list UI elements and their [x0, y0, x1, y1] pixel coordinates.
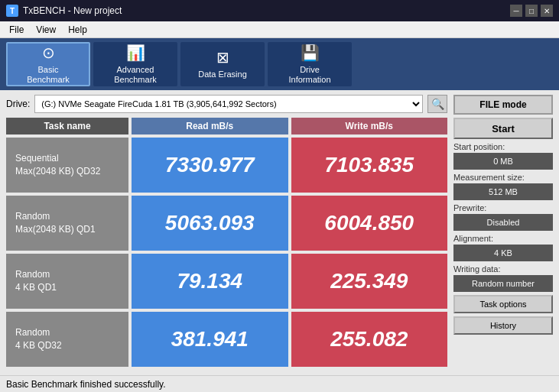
drive-row: Drive: (G:) NVMe Seagate FireCuda 1.81 T…	[6, 95, 447, 113]
data-erasing-icon: ⊠	[216, 48, 229, 66]
menu-view[interactable]: View	[30, 23, 62, 37]
advanced-benchmark-label: AdvancedBenchmark	[114, 65, 157, 85]
prewrite-label: Prewrite:	[453, 203, 553, 212]
start-position-section: Start position: 0 MB	[453, 142, 553, 170]
alignment-label: Alignment:	[453, 234, 553, 243]
row-1-read: 7330.977	[132, 138, 288, 193]
start-button[interactable]: Start	[453, 118, 553, 139]
row-1-name: SequentialMax(2048 KB) QD32	[6, 138, 128, 193]
header-read: Read mB/s	[132, 118, 288, 134]
row-3-write: 225.349	[291, 254, 448, 309]
measurement-size-label: Measurement size:	[453, 173, 553, 182]
sidebar: FILE mode Start Start position: 0 MB Mea…	[453, 95, 553, 371]
app-icon: T	[6, 5, 18, 17]
writing-data-section: Writing data: Random number	[453, 264, 553, 292]
drive-refresh-button[interactable]: 🔍	[427, 95, 447, 113]
row-1-write: 7103.835	[291, 138, 448, 193]
menu-help[interactable]: Help	[62, 23, 93, 37]
drive-label: Drive:	[6, 99, 30, 109]
title-bar: T TxBENCH - New project ─ □ ✕	[0, 0, 559, 21]
toolbar-btn-data-erasing[interactable]: ⊠ Data Erasing	[180, 42, 265, 86]
row-4-name: Random4 KB QD32	[6, 312, 128, 367]
status-text: Basic Benchmark finished successfully.	[6, 379, 166, 390]
table-row: SequentialMax(2048 KB) QD32 7330.977 710…	[6, 138, 447, 193]
status-bar: Basic Benchmark finished successfully.	[0, 375, 559, 392]
row-4-read: 381.941	[132, 312, 288, 367]
measurement-size-section: Measurement size: 512 MB	[453, 173, 553, 200]
row-2-name: RandomMax(2048 KB) QD1	[6, 196, 128, 251]
row-4-write: 255.082	[291, 312, 448, 367]
writing-data-label: Writing data:	[453, 264, 553, 274]
table-header: Task name Read mB/s Write mB/s	[6, 118, 447, 134]
toolbar-btn-drive-information[interactable]: 💾 DriveInformation	[268, 42, 352, 86]
main-area: Drive: (G:) NVMe Seagate FireCuda 1.81 T…	[6, 95, 447, 371]
history-button[interactable]: History	[453, 316, 553, 335]
toolbar-btn-advanced-benchmark[interactable]: 📊 AdvancedBenchmark	[93, 42, 177, 86]
alignment-section: Alignment: 4 KB	[453, 234, 553, 261]
writing-data-value: Random number	[453, 275, 553, 292]
title-bar-text: TxBENCH - New project	[23, 5, 122, 16]
start-position-label: Start position:	[453, 142, 553, 151]
minimize-button[interactable]: ─	[510, 5, 522, 17]
drive-information-label: DriveInformation	[288, 65, 330, 85]
toolbar: ⊙ BasicBenchmark 📊 AdvancedBenchmark ⊠ D…	[0, 38, 559, 90]
table-row: RandomMax(2048 KB) QD1 5063.093 6004.850	[6, 196, 447, 251]
benchmark-table: Task name Read mB/s Write mB/s Sequentia…	[6, 118, 447, 371]
row-3-read: 79.134	[132, 254, 288, 309]
row-3-name: Random4 KB QD1	[6, 254, 128, 309]
basic-benchmark-icon: ⊙	[42, 44, 55, 62]
title-bar-left: T TxBENCH - New project	[6, 5, 122, 17]
basic-benchmark-label: BasicBenchmark	[27, 65, 70, 85]
menu-file[interactable]: File	[3, 23, 30, 37]
task-options-button[interactable]: Task options	[453, 295, 553, 313]
start-position-value: 0 MB	[453, 153, 553, 170]
close-button[interactable]: ✕	[541, 5, 553, 17]
data-erasing-label: Data Erasing	[198, 70, 247, 79]
table-row: Random4 KB QD32 381.941 255.082	[6, 312, 447, 367]
prewrite-value: Disabled	[453, 214, 553, 231]
row-2-write: 6004.850	[291, 196, 448, 251]
drive-information-icon: 💾	[301, 44, 320, 62]
maximize-button[interactable]: □	[525, 5, 538, 17]
table-row: Random4 KB QD1 79.134 225.349	[6, 254, 447, 309]
title-bar-controls: ─ □ ✕	[510, 5, 553, 17]
drive-select[interactable]: (G:) NVMe Seagate FireCuda 1.81 TB (3,90…	[34, 95, 423, 113]
header-write: Write mB/s	[291, 118, 448, 134]
row-2-read: 5063.093	[132, 196, 288, 251]
prewrite-section: Prewrite: Disabled	[453, 203, 553, 231]
file-mode-button[interactable]: FILE mode	[453, 95, 553, 115]
toolbar-btn-basic-benchmark[interactable]: ⊙ BasicBenchmark	[6, 42, 90, 86]
content-area: Drive: (G:) NVMe Seagate FireCuda 1.81 T…	[0, 90, 559, 375]
measurement-size-value: 512 MB	[453, 183, 553, 200]
alignment-value: 4 KB	[453, 245, 553, 261]
menu-bar: File View Help	[0, 21, 559, 38]
advanced-benchmark-icon: 📊	[126, 44, 145, 62]
header-task-name: Task name	[6, 118, 128, 134]
